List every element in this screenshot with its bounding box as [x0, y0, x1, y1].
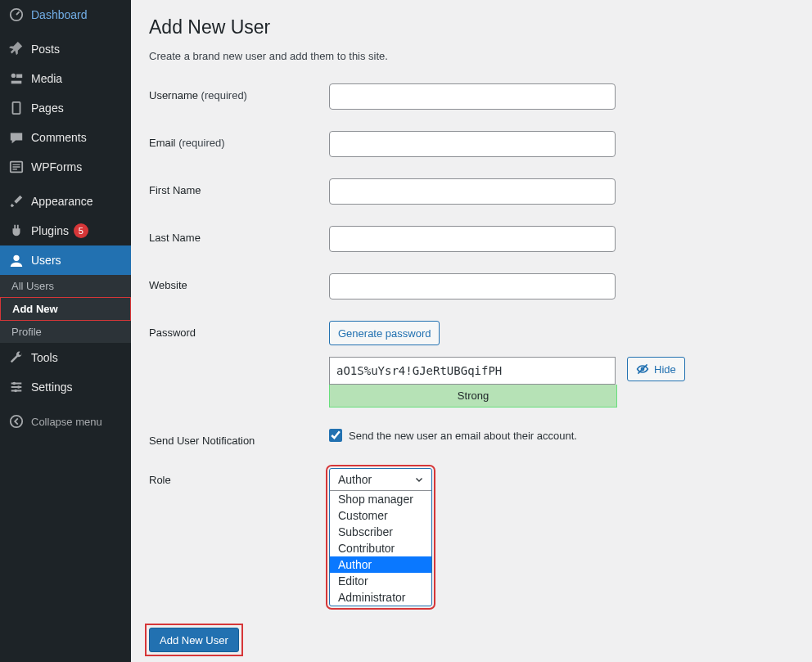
sidebar-item-label: Appearance	[31, 195, 93, 208]
comment-icon	[8, 129, 25, 146]
page-title: Add New User	[149, 16, 796, 38]
page-icon	[8, 100, 25, 116]
main-content: Add New User Create a brand new user and…	[131, 0, 812, 662]
dashboard-icon	[8, 7, 25, 23]
svg-point-8	[14, 390, 17, 393]
pushpin-icon	[8, 41, 25, 57]
notification-row: Send User Notification Send the new user…	[149, 429, 796, 447]
role-option[interactable]: Shop manager	[330, 491, 431, 507]
sidebar-item-plugins[interactable]: Plugins 5	[0, 216, 131, 245]
chevron-down-icon	[413, 474, 425, 485]
username-row: Username (required)	[149, 83, 796, 110]
role-options-list: Shop manager Customer Subscriber Contrib…	[330, 490, 431, 606]
wrench-icon	[8, 349, 25, 366]
lastname-row: Last Name	[149, 226, 796, 252]
sidebar-item-comments[interactable]: Comments	[0, 123, 131, 152]
role-row: Role Author Shop manager Customer Subscr…	[149, 468, 796, 606]
email-row: Email (required)	[149, 131, 796, 157]
email-field[interactable]	[329, 131, 616, 157]
role-option-label: Contributor	[338, 542, 395, 555]
username-field[interactable]	[329, 83, 616, 110]
notification-checkbox[interactable]	[329, 429, 342, 442]
collapse-icon	[8, 413, 25, 430]
sidebar-item-label: Plugins	[31, 224, 69, 237]
sidebar-item-wpforms[interactable]: WPForms	[0, 152, 131, 182]
firstname-field[interactable]	[329, 178, 616, 205]
lastname-label: Last Name	[149, 232, 201, 244]
collapse-label: Collapse menu	[31, 416, 102, 428]
role-option[interactable]: Author	[330, 556, 431, 573]
eye-off-icon	[636, 363, 649, 376]
required-label: (required)	[178, 137, 224, 149]
sidebar-item-label: Settings	[31, 381, 73, 394]
media-icon	[8, 70, 25, 87]
role-option-label: Editor	[338, 574, 368, 588]
password-field[interactable]	[329, 357, 616, 385]
email-label: Email	[149, 137, 176, 149]
required-label: (required)	[201, 89, 247, 101]
lastname-field[interactable]	[329, 226, 616, 252]
role-option-label: Administrator	[338, 591, 405, 604]
website-label: Website	[149, 279, 187, 291]
svg-rect-3	[13, 102, 20, 114]
sidebar-item-appearance[interactable]: Appearance	[0, 187, 131, 216]
password-row: Password Generate password Strong Hide	[149, 321, 796, 408]
sidebar-item-users[interactable]: Users	[0, 245, 131, 275]
plug-icon	[8, 223, 25, 239]
svg-point-7	[17, 385, 20, 389]
role-option[interactable]: Administrator	[330, 589, 431, 606]
page-description: Create a brand new user and add them to …	[149, 50, 796, 62]
plugins-update-badge: 5	[74, 223, 88, 238]
generate-label: Generate password	[338, 327, 431, 340]
role-option-label: Subscriber	[338, 525, 393, 538]
submenu-label: Profile	[11, 326, 42, 338]
collapse-menu-button[interactable]: Collapse menu	[0, 407, 131, 436]
generate-password-button[interactable]: Generate password	[329, 321, 440, 345]
sidebar-item-pages[interactable]: Pages	[0, 93, 131, 123]
role-option[interactable]: Customer	[330, 507, 431, 524]
role-option-label: Customer	[338, 509, 388, 522]
sidebar-item-label: Tools	[31, 351, 58, 364]
sidebar-item-dashboard[interactable]: Dashboard	[0, 0, 131, 29]
role-option-label: Shop manager	[338, 493, 413, 506]
role-option[interactable]: Subscriber	[330, 524, 431, 540]
sliders-icon	[8, 379, 25, 395]
users-submenu: All Users Add New Profile	[0, 275, 131, 343]
role-option[interactable]: Contributor	[330, 540, 431, 556]
sidebar-item-label: Posts	[31, 43, 60, 56]
username-label: Username	[149, 89, 198, 101]
website-field[interactable]	[329, 273, 616, 299]
submenu-label: Add New	[12, 303, 58, 315]
svg-point-5	[13, 255, 19, 261]
sidebar-item-media[interactable]: Media	[0, 64, 131, 93]
hide-password-button[interactable]: Hide	[627, 357, 685, 381]
add-new-user-button[interactable]: Add New User	[149, 628, 239, 652]
notification-label: Send User Notification	[149, 435, 255, 447]
sidebar-item-label: Dashboard	[31, 8, 88, 21]
svg-point-6	[13, 382, 16, 385]
role-label: Role	[149, 474, 171, 486]
role-option[interactable]: Editor	[330, 573, 431, 589]
sidebar-item-label: WPForms	[31, 160, 82, 173]
sidebar-item-label: Pages	[31, 101, 64, 115]
submenu-all-users[interactable]: All Users	[0, 275, 131, 297]
svg-point-9	[11, 416, 22, 427]
svg-rect-2	[16, 74, 22, 79]
sidebar-item-settings[interactable]: Settings	[0, 372, 131, 402]
firstname-label: First Name	[149, 184, 201, 196]
sidebar-item-label: Media	[31, 72, 62, 85]
form-icon	[8, 159, 25, 175]
role-select[interactable]: Author Shop manager Customer Subscriber …	[329, 468, 432, 606]
submenu-add-new[interactable]: Add New	[0, 297, 131, 321]
sidebar-item-tools[interactable]: Tools	[0, 343, 131, 372]
sidebar-item-posts[interactable]: Posts	[0, 34, 131, 64]
users-icon	[8, 252, 25, 268]
role-option-label: Author	[338, 558, 372, 571]
hide-label: Hide	[654, 363, 676, 376]
password-label: Password	[149, 326, 196, 339]
brush-icon	[8, 193, 25, 209]
svg-point-1	[11, 74, 16, 78]
sidebar-item-label: Users	[31, 254, 61, 267]
submenu-profile[interactable]: Profile	[0, 321, 131, 343]
website-row: Website	[149, 273, 796, 299]
